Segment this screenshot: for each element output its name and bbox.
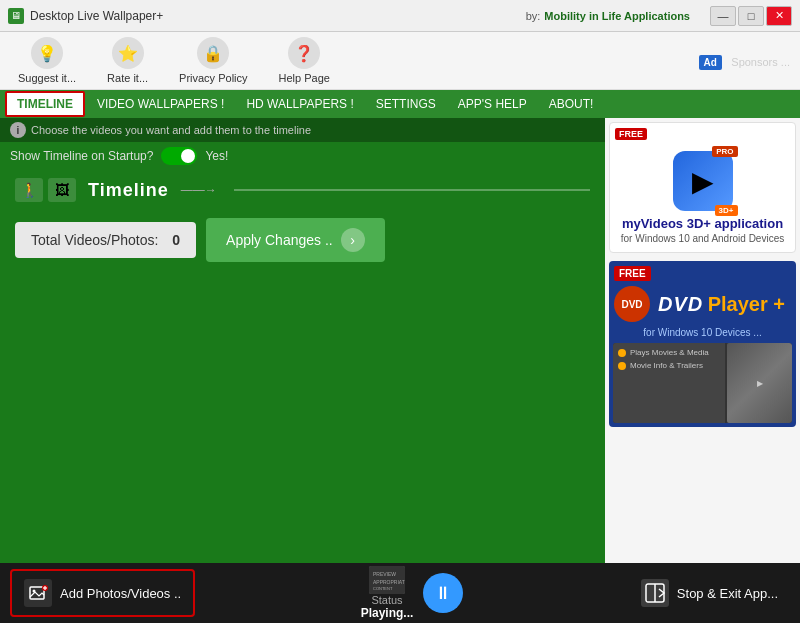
myvideos-subtitle: for Windows 10 and Android Devices: [618, 233, 787, 244]
timeline-arrow: ——→: [181, 183, 217, 197]
ad-card-myvideos[interactable]: FREE ▶ PRO 3D+ myVideos 3D+ application …: [609, 122, 796, 253]
minimize-button[interactable]: —: [710, 6, 736, 26]
apply-arrow-icon: ›: [341, 228, 365, 252]
info-icon: i: [10, 122, 26, 138]
dvd-text-area: DVD Player +: [658, 293, 785, 316]
dvd-subtitle: for Windows 10 Devices ...: [609, 327, 796, 343]
dvd-row-2: Movie Info & Trailers: [618, 361, 720, 370]
add-photos-button[interactable]: Add Photos/Videos ..: [10, 569, 195, 617]
threed-badge: 3D+: [715, 205, 738, 216]
app-icon: 🖥: [8, 8, 24, 24]
dvd-row-1: Plays Movies & Media: [618, 348, 720, 357]
dvd-icon: DVD: [614, 286, 650, 322]
info-bar: i Choose the videos you want and add the…: [0, 118, 605, 142]
dvd-plus: Player +: [708, 293, 785, 315]
ad-badge: Ad: [699, 55, 722, 70]
ad-card-dvd[interactable]: FREE DVD DVD Player + for Windows 10 Dev…: [609, 261, 796, 427]
status-thumbnail: PREVIEW APPROPRIATE AGE CONTENT: [369, 566, 405, 594]
apply-changes-button[interactable]: Apply Changes .. ›: [206, 218, 385, 262]
dvd-dot-2: [618, 362, 626, 370]
timeline-title: Timeline: [88, 180, 169, 201]
help-icon: ❓: [288, 37, 320, 69]
right-sidebar: FREE ▶ PRO 3D+ myVideos 3D+ application …: [605, 118, 800, 563]
window-controls: — □ ✕: [710, 6, 792, 26]
status-area: PREVIEW APPROPRIATE AGE CONTENT Status P…: [361, 566, 414, 620]
person-icon: 🚶: [15, 178, 43, 202]
myvideos-content: ▶ PRO 3D+ myVideos 3D+ application for W…: [610, 141, 795, 252]
close-button[interactable]: ✕: [766, 6, 792, 26]
bottom-bar: Add Photos/Videos .. PREVIEW APPROPRIATE…: [0, 563, 800, 623]
privacy-icon: 🔒: [197, 37, 229, 69]
sponsor-area: Ad Sponsors ...: [699, 52, 791, 70]
main-layout: i Choose the videos you want and add the…: [0, 118, 800, 563]
status-label: Status: [371, 594, 402, 606]
myvideos-icon: ▶ PRO 3D+: [673, 151, 733, 211]
myvideos-title: myVideos 3D+ application: [618, 216, 787, 231]
stop-exit-label: Stop & Exit App...: [677, 586, 778, 601]
help-button[interactable]: ❓ Help Page: [271, 33, 338, 88]
menu-app-help[interactable]: APP'S HELP: [448, 93, 537, 115]
sponsors-label: Sponsors ...: [731, 56, 790, 68]
free-badge-1: FREE: [615, 128, 647, 140]
info-text: Choose the videos you want and add them …: [31, 124, 311, 136]
total-label: Total Videos/Photos:: [31, 232, 158, 248]
startup-bar: Show Timeline on Startup? Yes!: [0, 142, 605, 170]
play-pause-button[interactable]: ⏸: [423, 573, 463, 613]
svg-text:APPROPRIATE AGE: APPROPRIATE AGE: [373, 579, 405, 585]
add-btn-label: Add Photos/Videos ..: [60, 586, 181, 601]
company-name: Mobility in Life Applications: [544, 10, 690, 22]
rate-button[interactable]: ⭐ Rate it...: [99, 33, 156, 88]
dvd-row1-text: Plays Movies & Media: [630, 348, 709, 357]
maximize-button[interactable]: □: [738, 6, 764, 26]
svg-text:CONTENT: CONTENT: [373, 586, 393, 591]
timeline-header: 🚶 🖼 Timeline ——→: [0, 170, 605, 210]
green-content-area: [0, 270, 605, 563]
menu-bar: TIMELINE VIDEO WALLPAPERS ! HD WALLPAPER…: [0, 90, 800, 118]
privacy-button[interactable]: 🔒 Privacy Policy: [171, 33, 255, 88]
free-badge-2: FREE: [614, 266, 651, 281]
total-box: Total Videos/Photos: 0: [15, 222, 196, 258]
startup-toggle[interactable]: [161, 147, 197, 165]
title-bar: 🖥 Desktop Live Wallpaper+ by: Mobility i…: [0, 0, 800, 32]
dvd-dot-1: [618, 349, 626, 357]
dvd-preview: Plays Movies & Media Movie Info & Traile…: [613, 343, 792, 423]
rate-icon: ⭐: [112, 37, 144, 69]
app-title: Desktop Live Wallpaper+: [30, 9, 526, 23]
pro-badge: PRO: [712, 146, 737, 157]
suggest-icon: 💡: [31, 37, 63, 69]
stop-exit-button[interactable]: Stop & Exit App...: [629, 571, 790, 615]
stop-exit-icon: [641, 579, 669, 607]
dvd-row2-text: Movie Info & Trailers: [630, 361, 703, 370]
by-label: by:: [526, 10, 541, 22]
svg-text:PREVIEW: PREVIEW: [373, 571, 396, 577]
left-content: i Choose the videos you want and add the…: [0, 118, 605, 563]
timeline-line: [234, 189, 590, 191]
action-bar: Total Videos/Photos: 0 Apply Changes .. …: [0, 210, 605, 270]
menu-timeline[interactable]: TIMELINE: [5, 91, 85, 117]
top-nav: 💡 Suggest it... ⭐ Rate it... 🔒 Privacy P…: [0, 32, 800, 90]
startup-label: Show Timeline on Startup?: [10, 149, 153, 163]
add-photos-icon: [24, 579, 52, 607]
timeline-icons: 🚶 🖼: [15, 178, 76, 202]
dvd-preview-left: Plays Movies & Media Movie Info & Traile…: [613, 343, 725, 423]
dvd-text: DVD: [658, 293, 703, 315]
startup-value: Yes!: [205, 149, 228, 163]
photo-icon: 🖼: [48, 178, 76, 202]
menu-about[interactable]: ABOUT!: [539, 93, 604, 115]
total-count: 0: [172, 232, 180, 248]
status-value: Playing...: [361, 606, 414, 620]
menu-settings[interactable]: SETTINGS: [366, 93, 446, 115]
dvd-preview-right: ▶: [727, 343, 792, 423]
suggest-button[interactable]: 💡 Suggest it...: [10, 33, 84, 88]
dvd-title-area: DVD DVD Player +: [609, 281, 796, 327]
menu-video-wallpapers[interactable]: VIDEO WALLPAPERS !: [87, 93, 234, 115]
menu-hd-wallpapers[interactable]: HD WALLPAPERS !: [236, 93, 363, 115]
